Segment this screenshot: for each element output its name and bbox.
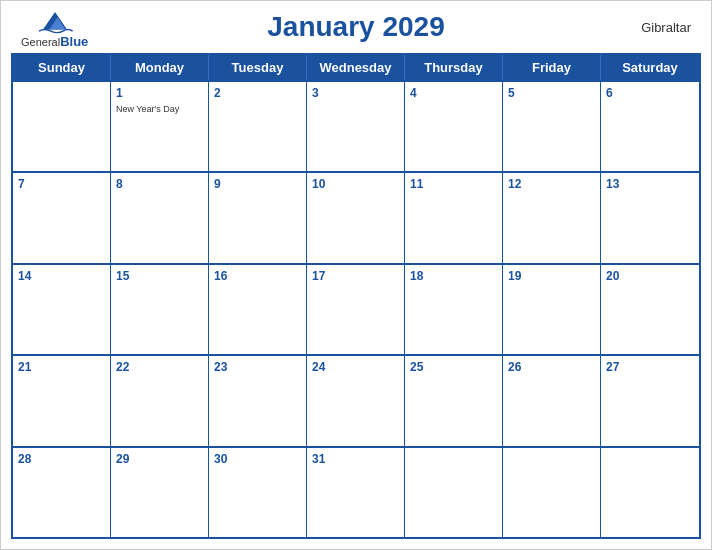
- day-number: 8: [116, 176, 203, 193]
- day-cell-jan26: 26: [503, 356, 601, 445]
- day-cell-jan19: 19: [503, 265, 601, 354]
- header-monday: Monday: [111, 55, 209, 80]
- header-saturday: Saturday: [601, 55, 699, 80]
- day-number: 23: [214, 359, 301, 376]
- day-cell-jan8: 8: [111, 173, 209, 262]
- day-number: 30: [214, 451, 301, 468]
- header-tuesday: Tuesday: [209, 55, 307, 80]
- week-5: 28 29 30 31: [13, 446, 699, 537]
- day-number: 9: [214, 176, 301, 193]
- day-number: 21: [18, 359, 105, 376]
- day-number: 13: [606, 176, 694, 193]
- week-3: 14 15 16 17 18 19 20: [13, 263, 699, 354]
- day-number: 19: [508, 268, 595, 285]
- week-1: 1 New Year's Day 2 3 4 5 6: [13, 80, 699, 171]
- day-cell-jan23: 23: [209, 356, 307, 445]
- day-cell-jan6: 6: [601, 82, 699, 171]
- calendar-page: General Blue January 2029 Gibraltar Sund…: [0, 0, 712, 550]
- day-number: 31: [312, 451, 399, 468]
- day-cell-empty: [13, 82, 111, 171]
- day-number: 18: [410, 268, 497, 285]
- day-cell-jan29: 29: [111, 448, 209, 537]
- day-cell-jan22: 22: [111, 356, 209, 445]
- week-4: 21 22 23 24 25 26 27: [13, 354, 699, 445]
- header: General Blue January 2029 Gibraltar: [1, 1, 711, 53]
- header-friday: Friday: [503, 55, 601, 80]
- day-number: 29: [116, 451, 203, 468]
- day-cell-jan21: 21: [13, 356, 111, 445]
- day-number: 12: [508, 176, 595, 193]
- day-cell-jan28: 28: [13, 448, 111, 537]
- calendar-grid: Sunday Monday Tuesday Wednesday Thursday…: [11, 53, 701, 539]
- day-cell-jan30: 30: [209, 448, 307, 537]
- day-number: 6: [606, 85, 694, 102]
- header-wednesday: Wednesday: [307, 55, 405, 80]
- day-number: 3: [312, 85, 399, 102]
- day-number: 10: [312, 176, 399, 193]
- day-number: 16: [214, 268, 301, 285]
- day-cell-jan25: 25: [405, 356, 503, 445]
- day-number: 22: [116, 359, 203, 376]
- day-cell-jan1: 1 New Year's Day: [111, 82, 209, 171]
- day-cell-jan7: 7: [13, 173, 111, 262]
- day-headers-row: Sunday Monday Tuesday Wednesday Thursday…: [13, 55, 699, 80]
- day-cell-jan4: 4: [405, 82, 503, 171]
- day-cell-jan2: 2: [209, 82, 307, 171]
- header-sunday: Sunday: [13, 55, 111, 80]
- day-cell-jan14: 14: [13, 265, 111, 354]
- logo-blue-text: Blue: [60, 34, 88, 49]
- logo: General Blue: [21, 6, 88, 49]
- day-cell-jan16: 16: [209, 265, 307, 354]
- day-number: 27: [606, 359, 694, 376]
- day-cell-jan24: 24: [307, 356, 405, 445]
- day-number: 26: [508, 359, 595, 376]
- day-cell-empty: [405, 448, 503, 537]
- day-cell-jan31: 31: [307, 448, 405, 537]
- day-cell-jan17: 17: [307, 265, 405, 354]
- day-number: 15: [116, 268, 203, 285]
- day-event: New Year's Day: [116, 104, 203, 116]
- day-cell-empty: [503, 448, 601, 537]
- day-cell-jan3: 3: [307, 82, 405, 171]
- day-number: 14: [18, 268, 105, 285]
- day-cell-jan9: 9: [209, 173, 307, 262]
- day-cell-jan10: 10: [307, 173, 405, 262]
- day-number: 24: [312, 359, 399, 376]
- day-cell-jan18: 18: [405, 265, 503, 354]
- region-label: Gibraltar: [641, 20, 691, 35]
- week-2: 7 8 9 10 11 12 13: [13, 171, 699, 262]
- weeks-container: 1 New Year's Day 2 3 4 5 6: [13, 80, 699, 537]
- day-cell-jan12: 12: [503, 173, 601, 262]
- header-thursday: Thursday: [405, 55, 503, 80]
- day-number: 1: [116, 85, 203, 102]
- day-number: 2: [214, 85, 301, 102]
- page-title: January 2029: [267, 11, 444, 43]
- day-cell-empty: [601, 448, 699, 537]
- day-cell-jan13: 13: [601, 173, 699, 262]
- day-number: 5: [508, 85, 595, 102]
- logo-icon: [35, 6, 75, 34]
- day-number: 7: [18, 176, 105, 193]
- day-number: 11: [410, 176, 497, 193]
- day-number: 20: [606, 268, 694, 285]
- day-cell-jan27: 27: [601, 356, 699, 445]
- day-number: 25: [410, 359, 497, 376]
- day-number: 28: [18, 451, 105, 468]
- day-cell-jan11: 11: [405, 173, 503, 262]
- day-number: 17: [312, 268, 399, 285]
- logo-general-text: General: [21, 36, 60, 48]
- day-cell-jan15: 15: [111, 265, 209, 354]
- day-number: 4: [410, 85, 497, 102]
- day-cell-jan5: 5: [503, 82, 601, 171]
- day-cell-jan20: 20: [601, 265, 699, 354]
